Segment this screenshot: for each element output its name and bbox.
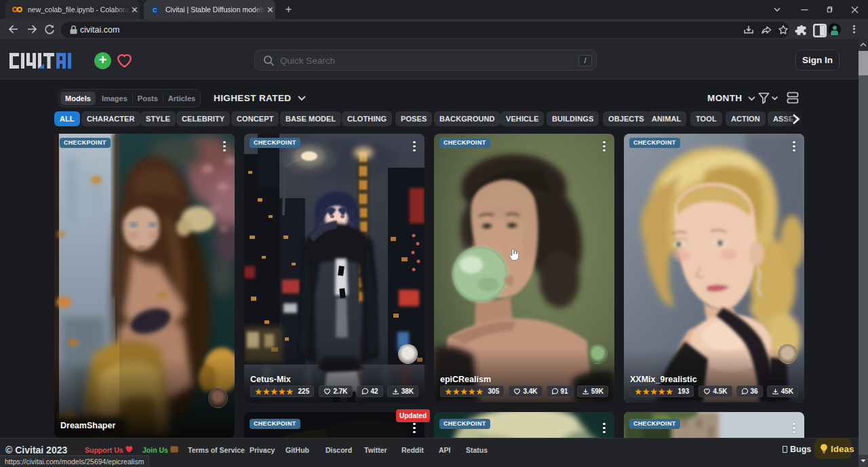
svg-text:C: C [153,7,157,14]
